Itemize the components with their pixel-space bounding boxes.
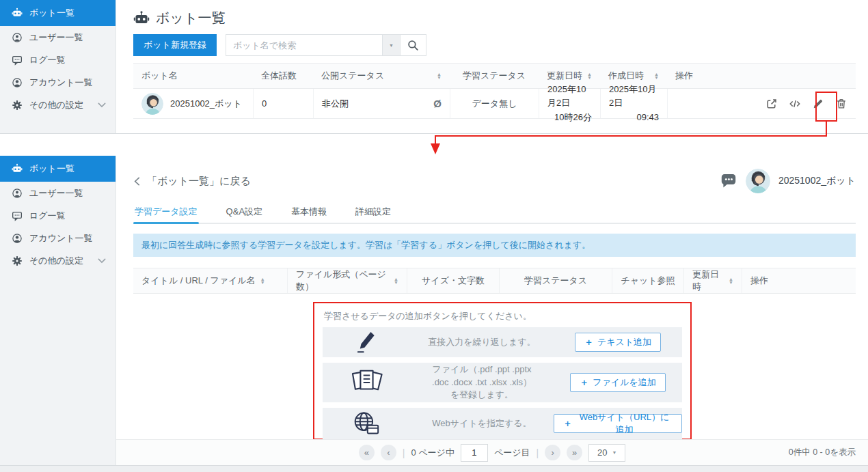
globe-icon <box>351 411 381 436</box>
delete-button[interactable] <box>835 98 847 110</box>
sidebar-item-settings[interactable]: その他の設定 <box>0 249 116 272</box>
add-text-description: 直接入力を繰り返します。 <box>410 336 554 349</box>
sidebar-item-settings[interactable]: その他の設定 <box>0 94 116 116</box>
page-footer-strip <box>0 466 868 472</box>
search-icon <box>407 40 418 51</box>
sidebar-item-label: その他の設定 <box>29 255 83 267</box>
trash-icon <box>835 98 847 110</box>
bot-detail-content: 「ボット一覧」に戻る 20251002_ボット 学習データ設定 Q&A設定 基本… <box>116 156 868 465</box>
sidebar-item-users[interactable]: ユーザー一覧 <box>0 26 116 48</box>
separator: | <box>537 447 539 458</box>
new-bot-button[interactable]: ボット新規登録 <box>133 34 217 56</box>
sidebar-item-bots[interactable]: ボット一覧 <box>0 156 116 182</box>
robot-icon <box>12 163 23 174</box>
sort-icon[interactable]: ▲▼ <box>654 72 659 79</box>
pencil-icon <box>812 98 824 110</box>
sort-icon[interactable]: ▲▼ <box>437 72 442 79</box>
last-page-button[interactable]: » <box>567 445 582 460</box>
back-to-bot-list-link[interactable]: 「ボット一覧」に戻る <box>133 175 251 188</box>
chevron-down-icon <box>96 100 107 111</box>
page-suffix-label: ページ目 <box>494 447 530 459</box>
plus-icon: ＋ <box>584 336 593 348</box>
edit-button[interactable] <box>812 98 824 110</box>
first-page-button[interactable]: « <box>359 445 375 460</box>
user-icon <box>12 32 23 43</box>
bot-list-panel: ボット一覧 ユーザー一覧 ログ一覧 アカウント一覧 その他の設定 ボット一覧 ボ… <box>0 0 868 134</box>
chat-icon <box>12 210 23 221</box>
prev-page-button[interactable]: ‹ <box>381 445 396 460</box>
col-updated[interactable]: 更新日時 ▲▼ <box>683 268 742 293</box>
add-file-button[interactable]: ＋ ファイルを追加 <box>570 373 666 392</box>
sort-icon[interactable]: ▲▼ <box>260 277 265 284</box>
sidebar-item-label: アカウント一覧 <box>29 77 93 89</box>
col-total-talks: 全体話数 <box>253 64 313 88</box>
sort-icon[interactable]: ▲▼ <box>394 277 398 284</box>
sidebar-item-label: ログ一覧 <box>29 54 66 66</box>
col-learning-status: 学習ステータス <box>499 268 612 293</box>
page-number-input[interactable] <box>461 444 488 462</box>
sort-icon[interactable]: ▲▼ <box>587 72 592 79</box>
sidebar-item-label: ユーザー一覧 <box>29 187 83 199</box>
col-operations: 操作 <box>742 268 856 293</box>
sidebar-item-label: その他の設定 <box>29 99 83 111</box>
col-public-status[interactable]: 公開ステータス ▲▼ <box>313 64 450 88</box>
sidebar: ボット一覧 ユーザー一覧 ログ一覧 アカウント一覧 その他の設定 <box>0 156 116 465</box>
results-summary: 0件中 0 - 0を表示 <box>789 447 856 458</box>
sidebar-item-logs[interactable]: ログ一覧 <box>0 48 116 71</box>
sidebar-item-accounts[interactable]: アカウント一覧 <box>0 227 116 249</box>
sidebar-item-accounts[interactable]: アカウント一覧 <box>0 71 116 94</box>
data-table-header: タイトル / URL / ファイル名 ▲▼ ファイル形式（ページ数） ▲▼ サイ… <box>133 268 856 294</box>
separator: | <box>403 447 405 458</box>
add-text-row: 直接入力を繰り返します。 ＋ テキスト追加 <box>323 327 682 357</box>
avatar <box>746 169 770 193</box>
bot-name: 20251002_ボット <box>170 98 242 110</box>
tab-advanced[interactable]: 詳細設定 <box>354 201 392 223</box>
data-table-body: 学習させるデータの追加ボタンを押してください。 直接入力を繰り返します。 ＋ テ… <box>133 294 856 447</box>
tab-learning-data[interactable]: 学習データ設定 <box>133 201 199 223</box>
bot-name: 20251002_ボット <box>778 175 856 187</box>
search-group: ▼ <box>226 34 426 56</box>
sort-icon[interactable]: ▲▼ <box>729 277 733 284</box>
created-datetime: 2025年10月2日09:43 <box>600 89 667 118</box>
page-size-select[interactable]: 20 ▼ <box>588 444 625 462</box>
sidebar-item-logs[interactable]: ログ一覧 <box>0 204 116 227</box>
sidebar-item-bots[interactable]: ボット一覧 <box>0 0 116 26</box>
embed-code-button[interactable] <box>789 98 801 110</box>
tab-qa-settings[interactable]: Q&A設定 <box>225 201 264 223</box>
add-file-description: ファイル（.pdf .ppt .pptx .doc .docx .txt .xl… <box>410 363 554 402</box>
share-icon <box>765 98 778 110</box>
search-type-select[interactable]: ▼ <box>382 35 400 55</box>
col-title-url-filename[interactable]: タイトル / URL / ファイル名 ▲▼ <box>133 268 287 293</box>
col-file-format[interactable]: ファイル形式（ページ数） ▲▼ <box>287 268 407 293</box>
account-icon <box>12 77 23 88</box>
caret-down-icon: ▼ <box>389 43 394 48</box>
sidebar-item-users[interactable]: ユーザー一覧 <box>0 182 116 204</box>
search-button[interactable] <box>400 35 426 55</box>
files-icon <box>349 367 383 398</box>
next-page-button[interactable]: › <box>545 445 560 460</box>
col-size-chars: サイズ・文字数 <box>407 268 499 293</box>
public-status-value: 非公開 <box>322 98 349 110</box>
add-text-button[interactable]: ＋ テキスト追加 <box>575 333 661 352</box>
chat-icon <box>12 55 23 66</box>
sidebar-item-label: ユーザー一覧 <box>29 31 83 44</box>
detail-tabs: 学習データ設定 Q&A設定 基本情報 詳細設定 <box>133 201 856 224</box>
caret-down-icon: ▼ <box>612 450 616 455</box>
share-button[interactable] <box>765 98 778 110</box>
empty-state-prompt: 学習させるデータの追加ボタンを押してください。 <box>324 310 681 321</box>
add-website-button[interactable]: ＋ Webサイト（URL）に追加 <box>554 414 682 433</box>
sidebar-item-label: ボット一覧 <box>29 163 74 175</box>
learning-status-value: データ無し <box>450 89 539 118</box>
tab-basic-info[interactable]: 基本情報 <box>290 201 328 223</box>
eye-off-icon: Ø <box>433 98 442 109</box>
chat-bubble-button[interactable] <box>720 172 737 190</box>
plus-icon: ＋ <box>563 417 572 430</box>
sidebar-item-label: アカウント一覧 <box>29 232 93 245</box>
plus-icon: ＋ <box>580 376 588 389</box>
bot-detail-panel: ボット一覧 ユーザー一覧 ログ一覧 アカウント一覧 その他の設定 「ボット一覧」… <box>0 156 868 466</box>
col-learning-status: 学習ステータス <box>450 64 539 88</box>
search-input[interactable] <box>226 35 382 55</box>
sidebar-item-label: ボット一覧 <box>29 7 74 19</box>
robot-icon <box>133 10 150 27</box>
toolbar: ボット新規登録 ▼ <box>133 34 856 56</box>
